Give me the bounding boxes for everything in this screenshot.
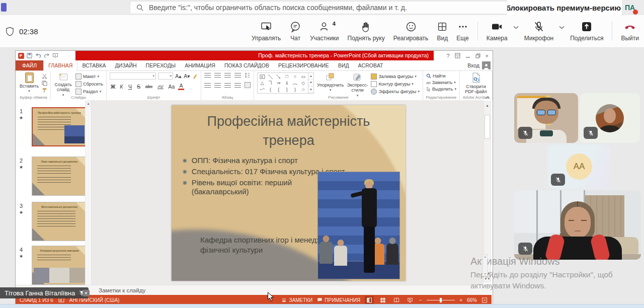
unlock-premium-button[interactable]: зблокировать премиум-версию: [507, 0, 622, 15]
notes-placeholder[interactable]: Заметки к слайду: [99, 285, 145, 295]
section-button[interactable]: Раздел▾: [75, 89, 103, 95]
shape-elbow-icon[interactable]: [268, 80, 273, 86]
view-sorter-button[interactable]: [378, 296, 387, 304]
thumbnail-image[interactable]: Очікувані результати навчання: [32, 246, 87, 285]
tab-review[interactable]: РЕЦЕНЗИРОВАНИЕ: [274, 60, 334, 70]
select-button[interactable]: Выделить▾: [426, 87, 456, 92]
align-center-button[interactable]: [214, 83, 221, 88]
shape-arrow-right-icon[interactable]: ⇒: [277, 81, 281, 86]
redo-icon[interactable]: [43, 52, 50, 59]
search-input[interactable]: Введите "is:", чтобы ограничить область …: [130, 1, 508, 14]
quick-styles-button[interactable]: Экспресс-стили ▾: [347, 72, 368, 98]
tab-slideshow[interactable]: ПОКАЗ СЛАЙДОВ: [220, 60, 274, 70]
shape-brace-right-icon[interactable]: }: [286, 87, 288, 92]
name-tag-chevron[interactable]: ▼: [83, 290, 90, 296]
font-size-select[interactable]: ▾: [158, 72, 173, 80]
scrollbar-thumb[interactable]: [485, 115, 490, 139]
tab-acrobat[interactable]: ACROBAT: [354, 60, 388, 70]
fit-to-window-icon[interactable]: [481, 297, 488, 303]
shape-star-icon[interactable]: ☆: [301, 87, 305, 92]
mini-scrollbar[interactable]: ▲▼: [482, 254, 488, 276]
undo-icon[interactable]: [35, 52, 41, 59]
manage-button[interactable]: Управлять: [252, 21, 281, 42]
shape-rounded-rect-icon[interactable]: ▭: [301, 74, 306, 79]
shape-diamond-icon[interactable]: ◇: [301, 81, 305, 86]
collapse-ribbon-icon[interactable]: [485, 96, 490, 99]
font-color-button[interactable]: A: [178, 83, 184, 90]
view-reading-button[interactable]: [392, 296, 401, 304]
underline-button[interactable]: Ч: [127, 84, 133, 90]
ribbon-options-button[interactable]: [455, 53, 460, 58]
view-slideshow-button[interactable]: [406, 296, 415, 304]
clear-format-icon[interactable]: [192, 73, 198, 79]
tab-insert[interactable]: ВСТАВКА: [77, 60, 110, 70]
tab-design[interactable]: ДИЗАЙН: [110, 60, 141, 70]
new-slide-button[interactable]: Создать слайд ▾: [54, 72, 72, 97]
change-case-button[interactable]: Aa: [167, 84, 176, 90]
replace-button[interactable]: abЗаменить▾: [426, 80, 456, 85]
align-left-button[interactable]: [204, 83, 211, 88]
shape-brace-left-icon[interactable]: {: [278, 87, 279, 92]
shapes-gallery-scroll[interactable]: ▲▼▼: [308, 72, 314, 94]
cut-button[interactable]: [42, 73, 47, 79]
thumbnail-slide-4[interactable]: 4★ Очікувані результати навчання: [17, 246, 90, 285]
format-painter-button[interactable]: [42, 88, 47, 93]
view-button[interactable]: Вид: [437, 21, 448, 42]
create-pdf-button[interactable]: Створити PDF-файл: [463, 72, 489, 95]
participants-button[interactable]: 4 Участники: [310, 21, 339, 42]
char-spacing-button[interactable]: AV: [156, 84, 165, 89]
view-normal-button[interactable]: [365, 296, 374, 304]
copy-button[interactable]: [42, 81, 47, 86]
sign-in[interactable]: Вход: [467, 60, 493, 70]
tab-view[interactable]: ВИД: [334, 60, 354, 70]
italic-button[interactable]: К: [118, 84, 125, 90]
start-slideshow-icon[interactable]: [52, 52, 58, 59]
decrease-indent-button[interactable]: [224, 73, 231, 78]
shape-effects-button[interactable]: Эффекты фигуры▾: [371, 89, 420, 95]
participant-video-tile-2[interactable]: [580, 93, 640, 143]
more-button[interactable]: Еще: [456, 21, 468, 42]
react-button[interactable]: Реагировать: [393, 21, 429, 42]
columns-button[interactable]: [245, 82, 251, 88]
tab-transitions[interactable]: ПЕРЕХОДЫ: [141, 60, 181, 70]
mic-button[interactable]: Микрофон: [524, 21, 553, 42]
tab-animations[interactable]: АНИМАЦИЯ: [180, 60, 220, 70]
font-name-select[interactable]: ▾: [110, 72, 156, 80]
thumbnail-image[interactable]: Професійна майстерність тренера: [32, 107, 87, 146]
thumbnail-slide-3[interactable]: 3★ Мета навчальної дисципліни: [17, 202, 90, 244]
shape-ellipse-icon[interactable]: ○: [294, 74, 296, 79]
bullets-button[interactable]: [204, 73, 211, 78]
participant-video-tile-1[interactable]: [514, 93, 578, 143]
zoom-level[interactable]: 66%: [467, 297, 477, 303]
thumbnail-slide-1[interactable]: 1★ Професійна майстерність тренера: [17, 107, 90, 149]
abc-strike-button[interactable]: abc: [144, 84, 154, 89]
increase-font-icon[interactable]: A▴: [175, 73, 182, 79]
share-button[interactable]: Поделиться: [570, 21, 603, 42]
gallery-up-icon[interactable]: ▲: [308, 73, 313, 80]
leave-button[interactable]: Выйти: [621, 21, 639, 42]
thumbnail-image[interactable]: Мета навчальної дисципліни: [32, 202, 87, 241]
zoom-out-button[interactable]: −: [419, 297, 422, 303]
help-button[interactable]: ?: [446, 53, 449, 59]
thumbnail-slide-2[interactable]: 2★ Опис навчальної дисципліни: [17, 157, 90, 199]
slide-title[interactable]: Професійна майстерність тренера: [186, 112, 391, 150]
camera-chevron[interactable]: [513, 21, 519, 33]
tab-home[interactable]: ГЛАВНАЯ: [43, 60, 77, 71]
shape-line-icon[interactable]: [268, 74, 273, 80]
raise-hand-button[interactable]: Поднять руку: [348, 21, 385, 42]
layout-button[interactable]: Макет▾: [75, 73, 103, 80]
arrange-button[interactable]: Упорядочить ▾: [317, 72, 344, 92]
mic-chevron[interactable]: [559, 21, 565, 33]
zoom-slider[interactable]: [427, 300, 455, 300]
reset-button[interactable]: Сбросить: [75, 81, 103, 87]
shape-paren-left-icon[interactable]: (: [270, 87, 271, 92]
zoom-slider-thumb[interactable]: [440, 298, 442, 302]
shapes-gallery[interactable]: A □ ○ ▭ △ ⇒ ⇓ ◇ ( {: [257, 72, 308, 94]
shape-triangle-icon[interactable]: △: [261, 81, 264, 86]
thumbnail-image[interactable]: Опис навчальної дисципліни: [32, 157, 87, 196]
bold-button[interactable]: Ж: [110, 84, 116, 90]
comments-toggle[interactable]: ПРИМЕЧАНИЯ: [317, 297, 360, 303]
strikethrough-button[interactable]: S: [135, 84, 142, 90]
current-slide[interactable]: Професійна майстерність тренера ◉ОПП: Фі…: [172, 105, 406, 281]
shape-rect-icon[interactable]: □: [285, 74, 288, 79]
